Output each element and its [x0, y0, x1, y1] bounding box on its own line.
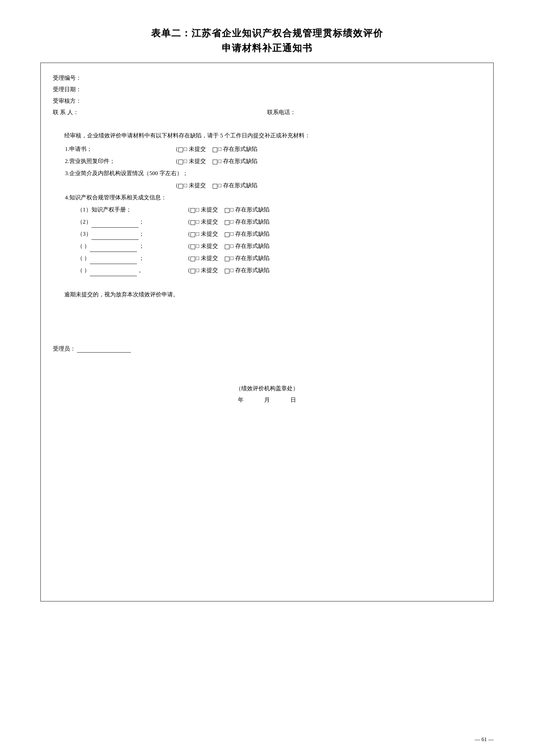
item3-checkbox1	[178, 184, 183, 189]
reception-date-label: 受理日期：	[53, 84, 81, 95]
item3-label: 3.企业简介及内部机构设置情况（500 字左右）；	[65, 168, 481, 179]
item4-label: 4.知识产权合规管理体系相关成文信息：	[65, 192, 481, 203]
receiver-section: 受理员：	[53, 345, 481, 353]
item1-checkbox2	[213, 147, 217, 152]
sub4-check: （□ 未提交 □ 存在形式缺陷	[185, 240, 299, 252]
item4-row: 4.知识产权合规管理体系相关成文信息：	[65, 192, 481, 203]
sub1-row: （1）知识产权手册； （□ 未提交 □ 存在形式缺陷	[77, 204, 481, 216]
sub5-blank	[90, 264, 137, 264]
item1-row: 1.申请书； （□ 未提交 □ 存在形式缺陷	[65, 143, 481, 155]
date-day: 日	[290, 394, 296, 406]
page-number: — 61 —	[475, 736, 494, 743]
title-line2: 申请材料补正通知书	[40, 42, 494, 55]
contact-row: 联 系 人： 联系电话：	[53, 107, 481, 118]
sub4-checkbox1	[190, 244, 195, 249]
sub1-checkbox1	[190, 208, 195, 213]
sub2-check: （□ 未提交 □ 存在形式缺陷	[185, 216, 299, 228]
reception-no-row: 受理编号：	[53, 72, 481, 84]
sub6-checkbox2	[225, 269, 229, 273]
sub4-row: （ ） ； （□ 未提交 □ 存在形式缺陷	[77, 240, 481, 252]
sub6-blank	[90, 276, 137, 276]
item3-check: （□ 未提交 □ 存在形式缺陷	[173, 180, 287, 191]
receiver-label: 受理员：	[53, 346, 76, 352]
sub2-blank	[92, 227, 139, 228]
title-section: 表单二：江苏省企业知识产权合规管理贯标绩效评价 申请材料补正通知书	[40, 27, 494, 55]
sub1-check: （□ 未提交 □ 存在形式缺陷	[185, 204, 299, 216]
item1-check: （□ 未提交 □ 存在形式缺陷	[173, 143, 287, 155]
sub5-label: （ ） ；	[77, 253, 185, 264]
sub4-blank	[90, 252, 137, 252]
item3-checkbox2	[213, 184, 217, 189]
sub5-checkbox1	[190, 257, 195, 261]
contact-phone-label: 联系电话：	[267, 109, 296, 116]
sub4-label: （ ） ；	[77, 240, 185, 252]
sub4-checkbox2	[225, 244, 229, 249]
items-section: 1.申请书； （□ 未提交 □ 存在形式缺陷 2.营业执照复印件； （□ 未提交…	[65, 143, 481, 276]
contact-right: 联系电话：	[267, 107, 482, 118]
sub3-row: （3）； （□ 未提交 □ 存在形式缺陷	[77, 228, 481, 240]
item3-row: 3.企业简介及内部机构设置情况（500 字左右）；	[65, 168, 481, 179]
sub2-label: （2）；	[77, 216, 185, 228]
item1-label: 1.申请书；	[65, 143, 173, 155]
item2-check: （□ 未提交 □ 存在形式缺陷	[173, 156, 287, 167]
review-party-label: 受审核方：	[53, 95, 81, 107]
item2-checkbox1	[178, 160, 183, 164]
contact-left: 联 系 人：	[53, 107, 267, 118]
sub2-row: （2）； （□ 未提交 □ 存在形式缺陷	[77, 216, 481, 228]
page-container: 表单二：江苏省企业知识产权合规管理贯标绩效评价 申请材料补正通知书 受理编号： …	[0, 0, 534, 756]
sub6-row: （ ） 。 （□ 未提交 □ 存在形式缺陷	[77, 265, 481, 276]
intro-text: 经审核，企业绩效评价申请材料中有以下材料存在缺陷，请于 5 个工作日内提交补正或…	[53, 130, 481, 141]
sub1-label: （1）知识产权手册；	[77, 204, 185, 216]
stamp-text: （绩效评价机构盖章处）	[53, 383, 481, 394]
review-party-row: 受审核方：	[53, 95, 481, 107]
receiver-blank	[77, 352, 131, 353]
sub3-check: （□ 未提交 □ 存在形式缺陷	[185, 228, 299, 240]
stamp-section: （绩效评价机构盖章处） 年 月 日	[53, 383, 481, 406]
main-box: 受理编号： 受理日期： 受审核方： 联 系 人： 联系电话： 经审核，企业绩效评…	[40, 63, 494, 601]
item2-label: 2.营业执照复印件；	[65, 156, 173, 167]
sub3-blank	[92, 239, 139, 240]
sub3-label: （3）；	[77, 228, 185, 240]
contact-person-label: 联 系 人：	[53, 109, 79, 116]
title-line1: 表单二：江苏省企业知识产权合规管理贯标绩效评价	[40, 27, 494, 40]
sub6-checkbox1	[190, 269, 195, 273]
reception-date-row: 受理日期：	[53, 84, 481, 95]
sub3-checkbox1	[190, 232, 195, 237]
date-row: 年 月 日	[53, 394, 481, 406]
reception-no-label: 受理编号：	[53, 72, 81, 84]
sub3-checkbox2	[225, 232, 229, 237]
date-month: 月	[264, 394, 270, 406]
sub2-checkbox2	[225, 220, 229, 225]
sub6-check: （□ 未提交 □ 存在形式缺陷	[185, 265, 299, 276]
header-info: 受理编号： 受理日期： 受审核方： 联 系 人： 联系电话：	[53, 72, 481, 118]
item3-check-row: （□ 未提交 □ 存在形式缺陷	[65, 180, 481, 191]
sub6-label: （ ） 。	[77, 265, 185, 276]
sub1-checkbox2	[225, 208, 229, 213]
item2-row: 2.营业执照复印件； （□ 未提交 □ 存在形式缺陷	[65, 156, 481, 167]
item2-checkbox2	[213, 160, 217, 164]
date-year: 年	[238, 394, 244, 406]
overdue-text: 逾期未提交的，视为放弃本次绩效评价申请。	[53, 289, 481, 300]
sub5-checkbox2	[225, 257, 229, 261]
sub5-check: （□ 未提交 □ 存在形式缺陷	[185, 253, 299, 264]
sub5-row: （ ） ； （□ 未提交 □ 存在形式缺陷	[77, 253, 481, 264]
sub2-checkbox1	[190, 220, 195, 225]
item1-checkbox1	[178, 147, 183, 152]
